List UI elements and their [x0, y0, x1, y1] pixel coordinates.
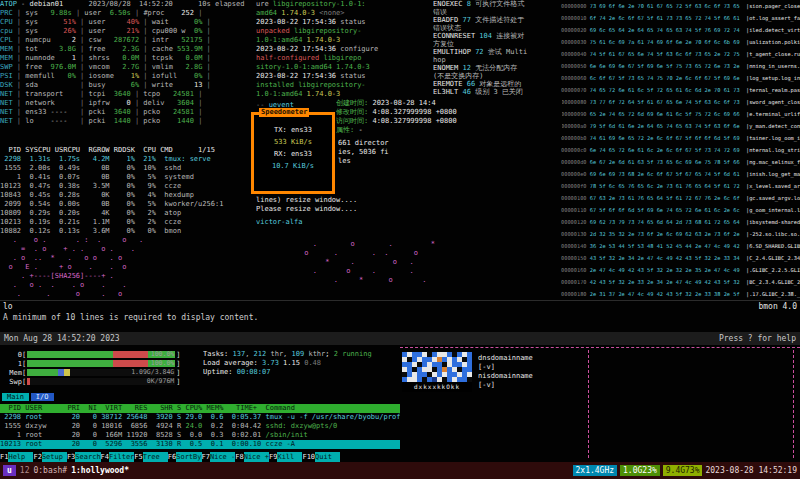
terminal-line: Please resize window.... — [256, 205, 386, 214]
tab-main[interactable]: Main — [2, 393, 29, 401]
terminal-line: 1 0.41s 0.07s 0B 0% 5% systemd — [0, 173, 256, 182]
terminal-line: Tasks: 137, 212 thr, 109 kthr; 2 running — [203, 350, 400, 359]
fkey-f7[interactable]: F7 — [202, 453, 210, 461]
cpu0-value: 100.0% — [151, 351, 174, 358]
fkey-f2[interactable]: F2 — [33, 453, 41, 461]
qr-block: dxkxxkkOkk — [402, 352, 472, 392]
atop-pane: ATOP - debian01 2023/08/28 14:52:20 10s … — [0, 0, 256, 146]
fkey-label[interactable]: Filter — [109, 452, 134, 462]
fkey-f1[interactable]: F1 — [0, 453, 8, 461]
terminal-line: 1555 dxzyw 20 0 18016 6856 4924 R 24.0 0… — [0, 422, 400, 431]
status-right: 2x1.4GHz 1.0G23% 9.4G73% 2023-08-28 14:5… — [573, 465, 797, 476]
terminal-line: 方复位 — [433, 40, 561, 48]
status-bar: u 12 0:bash# 1:hollywood* 2x1.4GHz 1.0G2… — [0, 462, 800, 479]
terminal-line: lines) resize window.... — [256, 196, 386, 205]
terminal-line: cpu | sys 26% | user 21% | cpu000 w 0% | — [0, 27, 256, 36]
bmon-message: A minimum of 10 lines is required to dis… — [0, 312, 800, 323]
terminal-line: 00000010 6f 74 2e 6c 6f 67 5f 61 73 73 6… — [561, 12, 800, 24]
terminal-line: CPL | numcpu 2 | csw 287672 | intr 52175… — [0, 36, 256, 45]
fkey-label[interactable]: Kill — [277, 452, 302, 462]
fkey-f10[interactable]: F10 — [302, 453, 315, 461]
terminal-line: 错误状态 — [433, 24, 561, 32]
tab-io[interactable]: I/O — [31, 393, 54, 401]
terminal-line: 000000d0 6e 67 2e 6d 61 63 5f 73 65 6c 6… — [561, 156, 800, 168]
swp-value: 0K/976M — [147, 378, 174, 385]
terminal-line: 661 director — [338, 139, 408, 148]
bmon-version: bmon 4.0 — [758, 301, 797, 312]
terminal-line: 1.0-1:amd64 1.74.0-3 — [256, 90, 433, 99]
fkey-f9[interactable]: F9 — [269, 453, 277, 461]
bmon-statusline: Mon Aug 28 14:52:20 2023 Press ? for hel… — [0, 332, 800, 345]
pane-border-horizontal — [400, 347, 800, 348]
terminal-screen: ATOP - debian01 2023/08/28 14:52:20 10s … — [0, 0, 800, 479]
cpu-freq-indicator: 2x1.4GHz — [573, 465, 618, 476]
mem-meter: Mem[ 1.09G/3.84G] — [2, 368, 198, 377]
rx-value: 10.7 KiB/s — [256, 160, 330, 172]
fkey-label[interactable]: Help — [8, 452, 33, 462]
fkey-f3[interactable]: F3 — [67, 453, 75, 461]
terminal-line: amd64 1.74.0-3 <none> — [256, 9, 433, 18]
terminal-line: 00000040 74 5f 61 67 65 6e 74 5f 63 6c 6… — [561, 48, 800, 60]
terminal-line: 00000170 42 43 5f 32 2e 33 2e 34 2e 47 4… — [561, 276, 800, 288]
terminal-line: EBADFD 77 文件描述符处于 — [433, 16, 561, 24]
terminal-line: . o . . : . o . — [0, 236, 256, 245]
terminal-line: 访问时间: 4:08.327999998 +0800 — [336, 117, 562, 126]
terminal-line: PID SYSCPU USRCPU RGROW RDDSK CPU CMD 1/… — [0, 146, 256, 155]
terminal-line: 2298 1.31s 1.75s 4.2M 1% 21% tmux: serve — [0, 155, 256, 164]
terminal-line: 00000120 69 62 73 79 73 74 65 6d 64 2d 7… — [561, 216, 800, 228]
swp-track: 0K/976M — [27, 378, 175, 385]
randomart-art: . o . . : . o . = . o + . . o . . . o ..… — [0, 236, 256, 300]
swp-meter: Swp[ 0K/976M] — [2, 377, 198, 386]
tx-value: 533 KiB/s — [256, 136, 330, 148]
mem-value: 1.09G/3.84G — [131, 369, 174, 376]
fkey-f8[interactable]: F8 — [235, 453, 243, 461]
terminal-line: 10213 root 20 0 5296 3556 3130 R 0.5 0.1… — [0, 440, 400, 449]
fkey-f6[interactable]: F6 — [168, 453, 176, 461]
window-tab-hollywood[interactable]: 1:hollywood* — [71, 466, 129, 475]
cpu1-track: 100.0% — [27, 360, 175, 367]
fkey-label[interactable]: Search — [75, 452, 100, 462]
terminal-line: DSK | sda | busy 6% | write 13 | — [0, 81, 256, 90]
bmon-interface[interactable]: lo — [3, 301, 13, 312]
fkey-label[interactable]: Nice - — [210, 452, 235, 462]
fkey-label[interactable]: Nice + — [244, 452, 269, 462]
terminal-line: 00000110 67 5f 6f 6f 6d 5f 69 6e 74 65 7… — [561, 204, 800, 216]
terminal-line: . o .. * . o o . o — [0, 254, 256, 263]
terminal-line: 10843 0.45s 0.28s 0K 0% 4% hexdump — [0, 191, 256, 200]
terminal-line: unpacked libgirepository- — [256, 27, 433, 36]
fkey-label[interactable]: Quit — [315, 452, 340, 462]
mem-label: Mem — [2, 369, 22, 377]
dns-help: dnsdomainname[-v]nisdomainname[-v] — [478, 354, 568, 394]
terminal-line: . . o . o — [0, 290, 256, 299]
terminal-line: ENOMEM 12 无法分配内存 — [433, 64, 561, 72]
window-tab-bash[interactable]: 0:bash# — [33, 466, 67, 475]
terminal-line: EREMOTE 66 对象是远程的 — [433, 80, 561, 88]
terminal-line: 00000180 2e 31 37 2e 47 4c 49 42 43 5f 3… — [561, 288, 800, 300]
fkey-label[interactable]: Setup — [42, 452, 67, 462]
terminal-line: 00000080 73 77 6f 72 64 5f 61 67 65 6e 7… — [561, 96, 800, 108]
terminal-line: ENOEXEC 8 可执行文件格式 — [433, 0, 561, 8]
fkey-label[interactable]: Tree — [143, 452, 168, 462]
fkey-label[interactable]: SortBy — [176, 452, 201, 462]
terminal-line: 修改时间: 4:08.327999998 +0800 — [336, 108, 562, 117]
terminal-line: 创建时间: 2023-08-28 14:4 — [336, 99, 562, 108]
cpu1-value: 100.0% — [151, 360, 174, 367]
htop-tabs: MainI/O — [2, 392, 54, 402]
htop-table-header[interactable]: PID USER PRI NI VIRT RES SHR S CPU% MEM%… — [0, 404, 400, 413]
cpu-meter-1: 1[ 100.0%] — [2, 359, 198, 368]
swp-fill — [27, 378, 30, 385]
memory-indicator: 1.0G23% — [620, 465, 660, 476]
terminal-line: 10809 0.29s 0.20s 4K 0% 2% atop — [0, 209, 256, 218]
fkey-f4[interactable]: F4 — [101, 453, 109, 461]
terminal-line: 2023-08-22 17:54:36 status — [256, 18, 433, 27]
bmon-help-hint: Press ? for help — [719, 332, 796, 345]
terminal-line: 00000090 65 2e 74 65 72 6d 69 6e 61 6c 5… — [561, 108, 800, 120]
terminal-line: 000000b0 74 61 69 6e 65 72 2e 6c 6f 67 5… — [561, 132, 800, 144]
terminal-line: . +----[SHA256]----+ . — [0, 272, 256, 281]
speedometer-title: Speedometer — [259, 108, 309, 117]
qr-caption: dxkxxkkOkk — [402, 382, 472, 392]
terminal-line: 1 root 20 0 166M 11920 8528 S 0.0 0.3 0:… — [0, 431, 400, 440]
terminal-line: SWP | free 976.0M | vmcom 2.7G | vmlim 2… — [0, 63, 256, 72]
fkey-f5[interactable]: F5 — [134, 453, 142, 461]
speedometer-body: TX: ens33 533 KiB/s RX: ens33 10.7 KiB/s — [254, 115, 332, 172]
